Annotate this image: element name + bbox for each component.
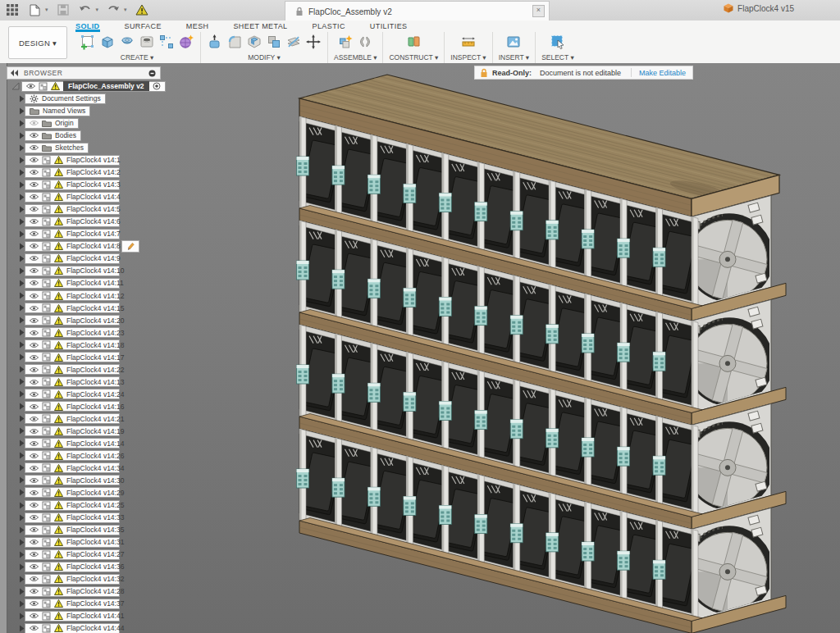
- component-chip[interactable]: FlapClock4 v14:29: [25, 487, 120, 498]
- browser-item-component[interactable]: FlapClock4 v14:8: [11, 240, 120, 252]
- pattern-icon[interactable]: [158, 34, 175, 50]
- browser-item-component[interactable]: FlapClock4 v14:30: [11, 475, 120, 486]
- browser-item-component[interactable]: FlapClock4 v14:4: [11, 191, 120, 203]
- ribbon-group-label[interactable]: CREATE ▾: [121, 53, 153, 61]
- component-chip[interactable]: FlapClock4 v14:44: [25, 623, 120, 633]
- browser-item-component[interactable]: FlapClock4 v14:5: [11, 203, 120, 215]
- ribbon-group-label[interactable]: MODIFY ▾: [248, 53, 281, 61]
- component-chip[interactable]: FlapClock4 v14:23: [25, 327, 120, 338]
- browser-item-component[interactable]: FlapClock4 v14:31: [11, 536, 120, 548]
- component-chip[interactable]: FlapClock4 v14:11: [25, 278, 120, 289]
- combine-icon[interactable]: [266, 34, 282, 50]
- joint-icon[interactable]: [357, 34, 373, 50]
- browser-item-component[interactable]: FlapClock4 v14:17: [11, 352, 120, 363]
- hole-icon[interactable]: [139, 34, 155, 50]
- browser-item-component[interactable]: FlapClock4 v14:32: [11, 573, 120, 585]
- folder-chip[interactable]: Document Settings: [25, 93, 106, 104]
- insert-image-icon[interactable]: [505, 34, 522, 50]
- component-chip[interactable]: FlapClock4 v14:27: [25, 549, 120, 560]
- revolve-icon[interactable]: [119, 34, 135, 50]
- move-icon[interactable]: [305, 34, 322, 50]
- component-chip[interactable]: FlapClock4 v14:22: [25, 364, 120, 375]
- browser-item-root[interactable]: FlapCloc_Assembly v2: [11, 80, 166, 92]
- edit-in-place-icon[interactable]: [121, 240, 139, 253]
- ribbon-group-label[interactable]: SELECT ▾: [541, 53, 574, 61]
- browser-item-component[interactable]: FlapClock4 v14:1: [11, 154, 120, 166]
- browser-item-bodies[interactable]: Bodies: [11, 130, 81, 141]
- component-chip[interactable]: FlapClock4 v14:6: [25, 216, 120, 227]
- browser-item-component[interactable]: FlapClock4 v14:11: [11, 277, 120, 289]
- component-chip[interactable]: FlapClock4 v14:2: [25, 167, 120, 178]
- component-chip[interactable]: FlapClock4 v14:9: [25, 253, 120, 264]
- component-chip[interactable]: FlapClock4 v14:36: [25, 562, 120, 572]
- file-menu-caret[interactable]: ▾: [45, 7, 48, 13]
- browser-item-component[interactable]: FlapClock4 v14:25: [11, 499, 120, 511]
- browser-item-component[interactable]: FlapClock4 v14:2: [11, 166, 120, 178]
- document-tab[interactable]: FlapCloc_Assembly v2 ×: [285, 1, 550, 21]
- component-chip[interactable]: FlapClock4 v14:12: [25, 290, 120, 301]
- component-chip[interactable]: FlapClock4 v14:5: [25, 204, 120, 215]
- browser-item-component[interactable]: FlapClock4 v14:12: [11, 290, 120, 302]
- folder-chip[interactable]: Bodies: [25, 130, 81, 141]
- component-chip[interactable]: FlapClock4 v14:4: [25, 192, 120, 203]
- component-chip[interactable]: FlapClock4 v14:16: [25, 401, 120, 412]
- browser-item-document-settings[interactable]: Document Settings: [11, 93, 106, 104]
- folder-chip[interactable]: Origin: [25, 118, 79, 129]
- browser-item-component[interactable]: FlapClock4 v14:28: [11, 585, 120, 597]
- undo-menu-caret[interactable]: ▾: [96, 7, 99, 13]
- redo-menu-caret[interactable]: ▾: [124, 7, 127, 13]
- ribbon-tab-surface[interactable]: SURFACE: [125, 20, 162, 32]
- secondary-document-label[interactable]: FlapClock4 v15: [724, 3, 794, 13]
- browser-item-component[interactable]: FlapClock4 v14:16: [11, 401, 120, 412]
- browser-item-component[interactable]: FlapClock4 v14:23: [11, 327, 120, 339]
- browser-item-component[interactable]: FlapClock4 v14:41: [11, 610, 120, 622]
- viewport-3d[interactable]: Read-Only: Document is not editable Make…: [0, 63, 840, 633]
- redo-icon[interactable]: [106, 2, 121, 17]
- shell-icon[interactable]: [246, 34, 262, 50]
- browser-item-component[interactable]: FlapClock4 v14:7: [11, 228, 120, 239]
- component-chip[interactable]: FlapClock4 v14:26: [25, 450, 120, 461]
- component-chip[interactable]: FlapClock4 v14:32: [25, 574, 120, 585]
- warning-icon[interactable]: [135, 2, 149, 17]
- browser-item-component[interactable]: FlapClock4 v14:44: [11, 622, 120, 633]
- browser-item-component[interactable]: FlapClock4 v14:29: [11, 487, 120, 499]
- component-chip[interactable]: FlapClock4 v14:28: [25, 586, 120, 597]
- browser-item-component[interactable]: FlapClock4 v14:9: [11, 253, 120, 264]
- workspace-selector[interactable]: DESIGN ▾: [8, 26, 67, 59]
- split-body-icon[interactable]: [285, 34, 302, 50]
- root-component-chip[interactable]: FlapCloc_Assembly v2: [21, 81, 166, 92]
- create-sketch-icon[interactable]: [80, 34, 96, 50]
- folder-chip[interactable]: Named Views: [25, 106, 90, 116]
- make-editable-link[interactable]: Make Editable: [639, 69, 686, 77]
- component-chip[interactable]: FlapClock4 v14:34: [25, 462, 120, 473]
- browser-item-component[interactable]: FlapClock4 v14:27: [11, 549, 120, 560]
- ribbon-tab-plastic[interactable]: PLASTIC: [313, 20, 345, 32]
- undo-icon[interactable]: [78, 2, 93, 17]
- ribbon-group-label[interactable]: ASSEMBLE ▾: [334, 53, 377, 61]
- component-chip[interactable]: FlapClock4 v14:3: [25, 180, 120, 190]
- ribbon-group-label[interactable]: CONSTRUCT ▾: [389, 53, 438, 61]
- component-chip[interactable]: FlapClock4 v14:1: [25, 155, 120, 166]
- component-chip[interactable]: FlapClock4 v14:33: [25, 512, 120, 523]
- press-pull-icon[interactable]: [207, 34, 223, 50]
- component-chip[interactable]: FlapClock4 v14:18: [25, 339, 120, 350]
- browser-item-sketches[interactable]: Sketches: [11, 142, 89, 153]
- component-chip[interactable]: FlapClock4 v14:10: [25, 266, 120, 276]
- browser-item-component[interactable]: FlapClock4 v14:37: [11, 598, 120, 609]
- browser-item-component[interactable]: FlapClock4 v14:20: [11, 315, 120, 326]
- construct-plane-icon[interactable]: [405, 34, 422, 50]
- browser-item-component[interactable]: FlapClock4 v14:35: [11, 524, 120, 535]
- component-chip[interactable]: FlapClock4 v14:24: [25, 389, 120, 399]
- browser-item-named-views[interactable]: Named Views: [11, 105, 90, 116]
- component-chip[interactable]: FlapClock4 v14:21: [25, 413, 120, 424]
- component-chip[interactable]: FlapClock4 v14:14: [25, 438, 120, 449]
- browser-item-origin[interactable]: Origin: [11, 117, 79, 129]
- app-grid-icon[interactable]: [5, 2, 20, 17]
- flap-clock-assembly[interactable]: [297, 75, 787, 633]
- component-chip[interactable]: FlapClock4 v14:35: [25, 525, 120, 535]
- browser-item-component[interactable]: FlapClock4 v14:26: [11, 450, 120, 462]
- component-chip[interactable]: FlapClock4 v14:25: [25, 500, 120, 511]
- extrude-icon[interactable]: [99, 34, 116, 50]
- folder-chip[interactable]: Sketches: [25, 143, 89, 153]
- fillet-icon[interactable]: [226, 34, 243, 50]
